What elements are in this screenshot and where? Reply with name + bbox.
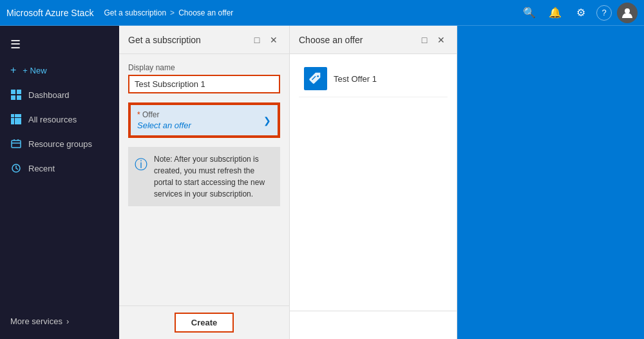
dashboard-icon bbox=[10, 89, 22, 101]
info-icon: ⓘ bbox=[135, 155, 147, 200]
offer-label: * Offer bbox=[137, 110, 191, 119]
svg-rect-3 bbox=[11, 95, 15, 100]
brand-text: Microsoft Azure Stack bbox=[6, 8, 93, 18]
more-services-chevron: › bbox=[66, 316, 69, 326]
plus-icon: + bbox=[10, 64, 16, 76]
sidebar-item-resource-groups[interactable]: Resource groups bbox=[0, 131, 119, 156]
offer-tag-icon bbox=[304, 67, 327, 90]
search-icon[interactable]: 🔍 bbox=[519, 3, 540, 23]
create-button[interactable]: Create bbox=[175, 313, 234, 333]
svg-rect-6 bbox=[15, 114, 18, 117]
sidebar-item-recent[interactable]: Recent bbox=[0, 156, 119, 180]
right-blue-area bbox=[457, 26, 644, 339]
breadcrumb-separator: > bbox=[170, 8, 175, 17]
hamburger-menu[interactable]: ☰ bbox=[0, 31, 119, 58]
user-avatar[interactable] bbox=[617, 3, 638, 23]
sidebar-item-all-resources[interactable]: All resources bbox=[0, 107, 119, 131]
sidebar: ☰ + + New Dashboard All resources Resour… bbox=[0, 26, 119, 339]
display-name-group: Display name bbox=[128, 63, 280, 93]
svg-rect-4 bbox=[17, 95, 21, 100]
main-layout: ☰ + + New Dashboard All resources Resour… bbox=[0, 26, 644, 339]
offer-placeholder: Select an offer bbox=[137, 121, 191, 130]
resource-groups-icon bbox=[10, 138, 22, 150]
svg-rect-14 bbox=[12, 140, 21, 148]
all-resources-label: All resources bbox=[28, 115, 77, 124]
new-label: + New bbox=[23, 66, 46, 75]
sidebar-item-new[interactable]: + + New bbox=[0, 58, 119, 82]
choose-offer-content: Test Offer 1 bbox=[290, 54, 457, 311]
svg-rect-8 bbox=[11, 118, 14, 121]
panel-header-icons: □ ✕ bbox=[251, 34, 280, 46]
svg-rect-2 bbox=[17, 90, 21, 94]
all-resources-icon bbox=[10, 113, 22, 125]
offer-selector-text: * Offer Select an offer bbox=[137, 110, 191, 130]
get-subscription-header: Get a subscription □ ✕ bbox=[119, 26, 289, 54]
offer-label-text: Offer bbox=[142, 110, 159, 119]
svg-rect-12 bbox=[15, 121, 18, 124]
topbar-icons: 🔍 🔔 ⚙ ? bbox=[519, 3, 638, 23]
brand-title: Microsoft Azure Stack bbox=[6, 8, 93, 18]
display-name-label: Display name bbox=[128, 63, 280, 72]
gear-icon[interactable]: ⚙ bbox=[571, 3, 591, 23]
get-subscription-panel: Get a subscription □ ✕ Display name bbox=[119, 26, 290, 339]
more-services-label: More services bbox=[10, 316, 62, 326]
choose-offer-header-icons: □ ✕ bbox=[418, 34, 448, 46]
choose-offer-minimize-icon[interactable]: □ bbox=[418, 34, 431, 46]
panel-content: Display name * Offer bbox=[119, 54, 289, 305]
svg-rect-9 bbox=[15, 118, 18, 121]
choose-offer-title: Choose an offer bbox=[299, 35, 363, 45]
choose-offer-footer bbox=[290, 311, 457, 339]
breadcrumb-link-subscription[interactable]: Get a subscription bbox=[104, 8, 166, 17]
svg-rect-5 bbox=[11, 114, 14, 117]
offer-selector-wrapper: * Offer Select an offer ❯ bbox=[128, 102, 280, 138]
info-box: ⓘ Note: After your subscription is creat… bbox=[128, 147, 280, 206]
svg-rect-10 bbox=[18, 118, 21, 121]
choose-offer-header: Choose an offer □ ✕ bbox=[290, 26, 457, 54]
choose-offer-panel: Choose an offer □ ✕ Test Offer 1 bbox=[290, 26, 457, 339]
offer-selector[interactable]: * Offer Select an offer ❯ bbox=[129, 104, 279, 137]
recent-icon bbox=[10, 162, 22, 174]
recent-label: Recent bbox=[28, 164, 55, 173]
offer-list-item[interactable]: Test Offer 1 bbox=[299, 61, 448, 97]
sidebar-more-services[interactable]: More services › bbox=[0, 310, 119, 333]
bell-icon[interactable]: 🔔 bbox=[545, 3, 565, 23]
offer-selector-inner[interactable]: * Offer Select an offer ❯ bbox=[131, 105, 278, 135]
get-subscription-title: Get a subscription bbox=[128, 35, 201, 45]
minimize-icon[interactable]: □ bbox=[251, 34, 263, 46]
svg-rect-1 bbox=[11, 90, 15, 94]
svg-rect-11 bbox=[11, 121, 14, 124]
offer-required-star: * bbox=[137, 110, 140, 119]
svg-rect-7 bbox=[18, 114, 21, 117]
resource-groups-label: Resource groups bbox=[28, 139, 92, 149]
breadcrumb: Get a subscription > Choose an offer bbox=[104, 8, 519, 17]
display-name-wrapper bbox=[128, 75, 280, 93]
dashboard-label: Dashboard bbox=[28, 90, 70, 100]
info-text: Note: After your subscription is created… bbox=[154, 153, 274, 200]
svg-rect-13 bbox=[18, 121, 21, 124]
panels-area: Get a subscription □ ✕ Display name bbox=[119, 26, 644, 339]
close-icon[interactable]: ✕ bbox=[267, 34, 280, 46]
offer-item-name: Test Offer 1 bbox=[334, 74, 377, 84]
help-icon[interactable]: ? bbox=[596, 5, 612, 21]
choose-offer-close-icon[interactable]: ✕ bbox=[435, 34, 448, 46]
topbar: Microsoft Azure Stack Get a subscription… bbox=[0, 0, 644, 26]
panel-footer: Create bbox=[119, 305, 289, 339]
svg-point-16 bbox=[317, 75, 319, 77]
offer-chevron-icon: ❯ bbox=[263, 115, 271, 126]
breadcrumb-current: Choose an offer bbox=[178, 8, 233, 17]
sidebar-item-dashboard[interactable]: Dashboard bbox=[0, 82, 119, 107]
display-name-input[interactable] bbox=[129, 76, 279, 92]
svg-point-0 bbox=[625, 8, 630, 14]
